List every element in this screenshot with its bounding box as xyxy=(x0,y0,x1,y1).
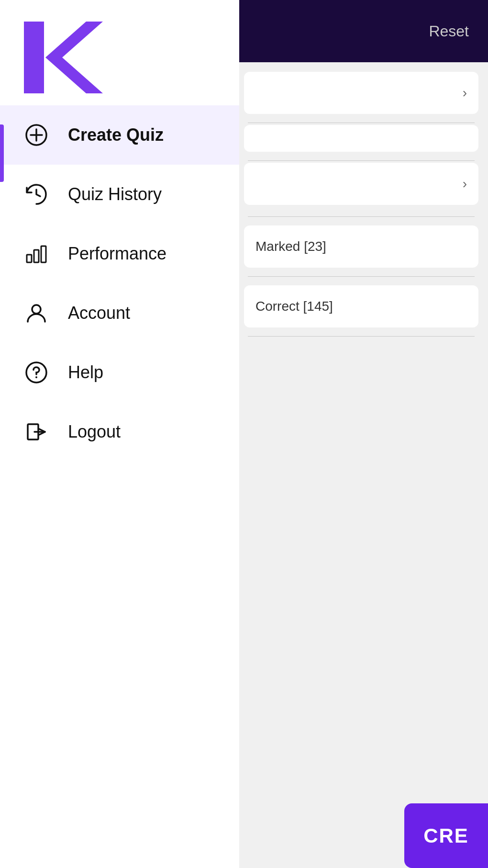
sidebar-item-logout[interactable]: Logout xyxy=(0,402,239,462)
logo-area xyxy=(0,0,239,105)
filter-section-1: › xyxy=(244,72,478,114)
sidebar-item-help[interactable]: Help xyxy=(0,343,239,402)
divider-4 xyxy=(248,276,475,277)
quiz-history-label: Quiz History xyxy=(68,184,162,204)
right-panel: Reset › › Marked [23 xyxy=(234,0,488,868)
svg-point-8 xyxy=(32,305,41,314)
help-circle-icon xyxy=(24,360,49,385)
logout-icon xyxy=(24,419,49,444)
divider-5 xyxy=(248,336,475,337)
sidebar-item-create-quiz[interactable]: Create Quiz xyxy=(0,105,239,165)
filter-section-3: › xyxy=(244,163,478,205)
plus-circle-icon xyxy=(24,123,49,147)
active-nav-indicator xyxy=(0,124,4,182)
sidebar: Create Quiz Quiz History P xyxy=(0,0,239,868)
svg-rect-6 xyxy=(34,250,39,262)
divider-2 xyxy=(248,160,475,161)
sidebar-item-performance[interactable]: Performance xyxy=(0,224,239,283)
chevron-right-icon-3: › xyxy=(463,176,467,192)
reset-button[interactable]: Reset xyxy=(429,23,469,40)
chevron-right-icon-1: › xyxy=(463,85,467,101)
correct-section: Correct [145] xyxy=(244,285,478,327)
k-logo-icon xyxy=(19,19,103,96)
divider-3 xyxy=(248,216,475,217)
correct-filter-item[interactable]: Correct [145] xyxy=(244,285,478,327)
sidebar-navigation: Create Quiz Quiz History P xyxy=(0,105,239,868)
svg-marker-1 xyxy=(45,22,103,93)
filter-item-1[interactable]: › xyxy=(244,72,478,114)
filter-item-2[interactable] xyxy=(244,125,478,152)
sidebar-item-account[interactable]: Account xyxy=(0,283,239,343)
marked-filter-item[interactable]: Marked [23] xyxy=(244,225,478,268)
divider-1 xyxy=(248,123,475,123)
marked-section: Marked [23] xyxy=(244,225,478,268)
filter-item-3[interactable]: › xyxy=(244,163,478,205)
sidebar-item-quiz-history[interactable]: Quiz History xyxy=(0,165,239,224)
logout-label: Logout xyxy=(68,422,121,442)
create-button-partial[interactable]: CRE xyxy=(404,803,488,868)
person-icon xyxy=(24,301,49,326)
create-quiz-label: Create Quiz xyxy=(68,125,164,145)
performance-label: Performance xyxy=(68,244,166,264)
history-icon xyxy=(24,182,49,207)
right-header: Reset xyxy=(234,0,488,62)
bar-chart-icon xyxy=(24,241,49,266)
svg-rect-7 xyxy=(41,246,46,262)
right-content: › › Marked [23] Correct [14 xyxy=(234,62,488,348)
account-label: Account xyxy=(68,303,130,323)
filter-section-2 xyxy=(244,125,478,152)
svg-point-10 xyxy=(35,376,37,378)
svg-rect-0 xyxy=(24,22,44,93)
svg-rect-5 xyxy=(27,255,32,262)
help-label: Help xyxy=(68,362,103,383)
